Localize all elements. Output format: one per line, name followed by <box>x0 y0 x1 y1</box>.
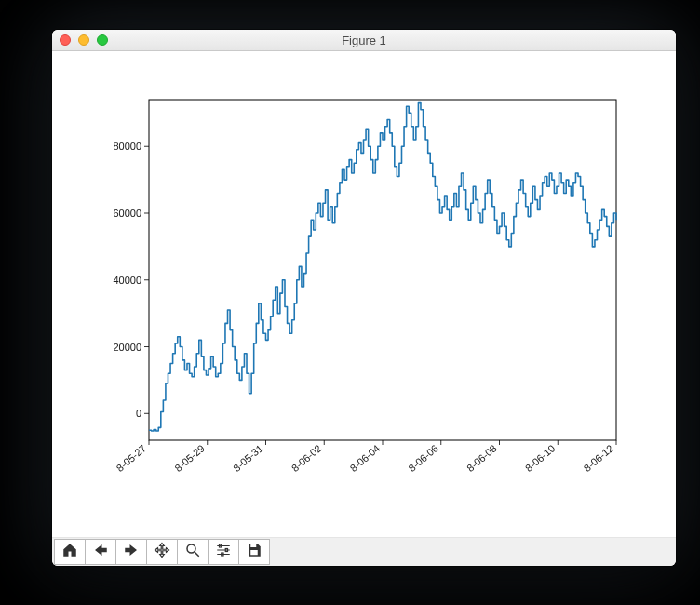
plot-svg[interactable]: 0200004000060000800008-05-278-05-298-05-… <box>52 51 676 539</box>
home-icon <box>61 542 78 562</box>
x-tick-label: 8-06-04 <box>348 442 383 474</box>
home-button[interactable] <box>54 539 86 565</box>
minimize-window-button[interactable] <box>78 34 89 46</box>
x-tick-label: 8-05-29 <box>172 442 207 474</box>
matplotlib-toolbar <box>52 537 676 566</box>
x-tick-label: 8-05-31 <box>231 442 265 474</box>
svg-rect-22 <box>250 544 256 547</box>
back-button[interactable] <box>85 539 116 565</box>
zoom-window-button[interactable] <box>97 34 108 46</box>
x-tick-label: 8-05-27 <box>114 442 149 474</box>
axes-frame <box>149 100 616 440</box>
save-button[interactable] <box>238 539 270 565</box>
svg-line-15 <box>195 552 199 557</box>
titlebar[interactable]: Figure 1 <box>52 30 676 51</box>
x-axis: 8-05-278-05-298-05-318-06-028-06-048-06-… <box>114 440 616 474</box>
configure-button[interactable] <box>208 539 239 565</box>
y-tick-label: 0 <box>136 408 141 419</box>
sliders-icon <box>215 542 232 562</box>
x-tick-label: 8-06-06 <box>406 442 440 474</box>
window-title: Figure 1 <box>342 34 386 47</box>
close-window-button[interactable] <box>60 34 71 46</box>
zoom-button[interactable] <box>177 539 209 565</box>
y-tick-label: 20000 <box>113 342 141 353</box>
arrow-left-icon <box>92 542 109 562</box>
svg-rect-23 <box>250 550 258 555</box>
x-tick-label: 8-06-02 <box>289 442 324 474</box>
x-tick-label: 8-06-10 <box>523 442 558 474</box>
x-tick-label: 8-06-08 <box>464 442 499 474</box>
pan-button[interactable] <box>146 539 178 565</box>
y-tick-label: 40000 <box>113 275 141 286</box>
save-icon <box>246 542 262 562</box>
y-tick-label: 60000 <box>113 208 141 219</box>
move-icon <box>154 542 170 562</box>
arrow-right-icon <box>123 542 140 562</box>
zoom-icon <box>184 542 201 562</box>
series-1-line <box>149 103 616 431</box>
forward-button[interactable] <box>115 539 147 565</box>
figure-window: Figure 1 0200004000060000800008-05-278-0… <box>52 30 676 566</box>
x-tick-label: 8-06-12 <box>582 442 616 474</box>
window-controls <box>60 34 108 46</box>
y-axis: 020000400006000080000 <box>113 141 149 419</box>
y-tick-label: 80000 <box>113 141 141 152</box>
svg-point-14 <box>187 544 195 553</box>
plot-content: 0200004000060000800008-05-278-05-298-05-… <box>52 51 676 539</box>
